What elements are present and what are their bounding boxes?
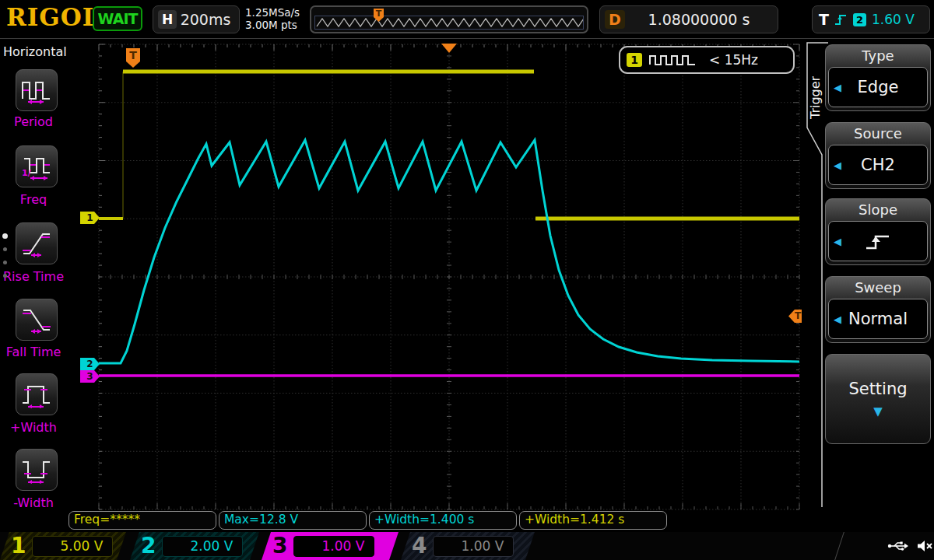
measure-item-pos-width[interactable]	[16, 373, 58, 415]
delay-value: 1.08000000 s	[625, 11, 773, 28]
rising-edge-icon	[865, 233, 891, 251]
menu-slope-title: Slope	[826, 199, 930, 221]
menu-item-source[interactable]: Source ◀ CH2	[825, 122, 931, 189]
menu-source-title: Source	[826, 123, 930, 145]
menu-source-value: CH2	[829, 145, 927, 184]
pulse-train-icon	[648, 53, 703, 67]
menu-type-title: Type	[826, 45, 930, 67]
acquisition-status-badge: WAIT	[93, 6, 142, 31]
delay-readout-box: D 1.08000000 s	[599, 5, 778, 33]
graticule-and-traces	[66, 43, 802, 513]
channel-1-scale: 5.00 V	[60, 538, 103, 554]
timebase-value: 200ms	[177, 11, 234, 28]
sample-rate-readout: 1.25MSa/s 3.00M pts	[245, 6, 300, 31]
ch2-charge-sawtooth-decay	[99, 140, 799, 363]
channel-status-bar: 1 5.00 V 2 2.00 V 3 1.00 V 4 1.00 V	[0, 532, 934, 560]
trigger-readout-box: T 2 1.60 V	[812, 5, 930, 33]
menu-item-setting[interactable]: Setting ▼	[825, 354, 931, 444]
horizontal-timebase-box: H 200ms	[153, 5, 240, 33]
menu-sweep-title: Sweep	[826, 277, 930, 299]
channel-4-scale: 1.00 V	[461, 538, 504, 554]
page-indicator-dot-active	[2, 233, 8, 239]
trigger-menu-tab: Trigger	[808, 51, 825, 144]
menu-setting-title: Setting	[826, 380, 930, 398]
trigger-level-value: 1.60 V	[872, 12, 915, 27]
left-triangle-icon: ◀	[834, 159, 841, 171]
channel-4-status[interactable]: 4 1.00 V	[401, 532, 535, 560]
trigger-source-badge: 2	[853, 13, 866, 26]
measure-item-neg-width[interactable]	[16, 449, 58, 491]
measurement-freq: Freq=*****	[68, 511, 216, 530]
left-triangle-icon: ◀	[834, 82, 841, 93]
measure-item-neg-width-label: -Width	[0, 495, 67, 510]
waveform-display: T T 1 2 3 1 < 15Hz Freq=***** Max=12.8 V…	[66, 40, 802, 532]
measurement-pwidth-ch1: +Width=1.412 s	[519, 511, 667, 530]
measure-item-rise-time-label: Rise Time	[0, 269, 67, 284]
oscilloscope-screen: { "colors": { "ch1": "#d4d400", "ch2": "…	[0, 0, 934, 560]
measurement-pwidth-ch2: +Width=1.400 s	[369, 511, 517, 530]
rigol-logo: RIGOL	[6, 3, 100, 31]
freq-icon: 1/	[21, 152, 52, 180]
measure-item-fall-time-label: Fall Time	[0, 345, 67, 359]
channel-3-status-selected[interactable]: 3 1.00 V	[262, 532, 399, 560]
fall-time-icon	[21, 306, 52, 334]
memory-depth: 3.00M pts	[245, 19, 300, 31]
channel-2-number: 2	[141, 533, 156, 559]
trigger-channel-badge: 1	[627, 53, 642, 67]
menu-sweep-value: Normal	[829, 299, 927, 338]
menu-item-slope[interactable]: Slope ◀	[825, 198, 931, 265]
measure-sidebar-title: Horizontal	[3, 44, 67, 59]
rising-edge-icon	[834, 13, 848, 26]
rise-time-icon	[21, 229, 52, 257]
measure-sidebar: Horizontal Period 1/ Freq Rise T	[0, 40, 67, 532]
channel-1-status[interactable]: 1 5.00 V	[0, 532, 126, 560]
page-indicator-dot	[3, 261, 7, 264]
channel-3-number: 3	[272, 533, 287, 559]
delay-label: D	[605, 10, 625, 29]
measurement-max: Max=12.8 V	[219, 511, 367, 530]
left-triangle-icon: ◀	[834, 236, 841, 247]
trigger-menu-panel: Trigger Type ◀ Edge Source ◀ CH2 Slope ◀…	[802, 40, 934, 532]
measure-item-freq[interactable]: 1/	[16, 145, 58, 187]
trigger-frequency-text: < 15Hz	[709, 52, 758, 68]
measure-item-rise-time[interactable]	[16, 222, 58, 264]
menu-item-type[interactable]: Type ◀ Edge	[825, 44, 931, 111]
sound-muted-icon	[916, 539, 934, 553]
menu-item-sweep[interactable]: Sweep ◀ Normal	[825, 276, 931, 343]
minus-width-icon	[21, 456, 52, 484]
channel-2-status[interactable]: 2 2.00 V	[130, 532, 259, 560]
down-triangle-icon: ▼	[826, 404, 930, 418]
trigger-center-marker-icon[interactable]	[441, 44, 457, 53]
channel-1-number: 1	[11, 533, 26, 559]
measure-item-freq-label: Freq	[0, 192, 67, 207]
preview-waveform	[315, 16, 583, 29]
svg-text:1/: 1/	[22, 168, 32, 178]
measure-item-period[interactable]	[16, 69, 58, 111]
measure-item-pos-width-label: +Width	[0, 420, 67, 435]
channel-3-scale: 1.00 V	[321, 538, 364, 554]
divider	[834, 532, 844, 560]
plus-width-icon	[21, 380, 52, 408]
trigger-label: T	[819, 11, 829, 28]
waveform-preview: T	[310, 5, 588, 33]
measure-item-period-label: Period	[0, 114, 67, 129]
trigger-frequency-overlay: 1 < 15Hz	[619, 46, 795, 74]
channel-2-scale: 2.00 V	[190, 538, 233, 554]
menu-type-value: Edge	[829, 68, 927, 107]
measure-item-fall-time[interactable]	[16, 299, 58, 341]
left-triangle-icon: ◀	[834, 313, 841, 325]
channel-4-number: 4	[412, 533, 427, 559]
period-icon	[21, 76, 52, 104]
top-status-bar: RIGOL WAIT H 200ms 1.25MSa/s 3.00M pts T…	[0, 0, 934, 39]
page-indicator-dot	[3, 247, 7, 251]
preview-window	[314, 16, 584, 30]
usb-icon	[887, 540, 908, 552]
horizontal-label: H	[158, 10, 177, 29]
page-indicator-dot	[3, 274, 7, 278]
sample-rate: 1.25MSa/s	[245, 6, 300, 19]
